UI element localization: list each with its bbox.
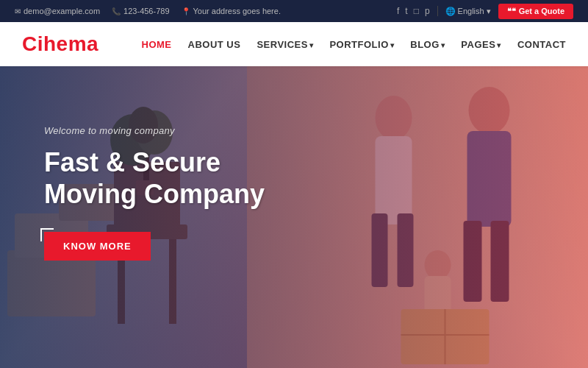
nav-item-services[interactable]: SERVICES▾ bbox=[257, 38, 313, 51]
blog-caret: ▾ bbox=[441, 41, 445, 49]
nav-link-contact[interactable]: CONTACT bbox=[517, 39, 566, 50]
address-item: 📍 Your address goes here. bbox=[182, 7, 281, 15]
language-label: English bbox=[458, 7, 484, 15]
address-text: Your address goes here. bbox=[193, 7, 281, 15]
nav-item-home[interactable]: HOME bbox=[142, 38, 172, 51]
know-more-button[interactable]: KNOW MORE bbox=[44, 232, 151, 261]
hero-title: Fast & Secure Moving Company bbox=[44, 146, 265, 210]
nav-links: HOME ABOUT US SERVICES▾ PORTFOLIO▾ BLOG▾… bbox=[142, 38, 566, 51]
phone-icon: 📞 bbox=[112, 7, 121, 15]
hero-subtitle: Welcome to moving company bbox=[44, 125, 265, 136]
pinterest-icon[interactable]: p bbox=[425, 6, 430, 16]
portfolio-caret: ▾ bbox=[390, 41, 395, 49]
lang-caret: ▾ bbox=[487, 7, 491, 16]
twitter-icon[interactable]: t bbox=[405, 6, 407, 16]
logo-rest: ihema bbox=[37, 32, 98, 55]
nav-item-portfolio[interactable]: PORTFOLIO▾ bbox=[329, 38, 394, 51]
logo[interactable]: Cihema bbox=[22, 32, 98, 56]
instagram-icon[interactable]: □ bbox=[414, 6, 419, 16]
top-bar-right: f t □ p 🌐 English ▾ ❝❝ Get a Quote bbox=[397, 4, 573, 19]
logo-accent: C bbox=[22, 32, 37, 55]
nav-link-home[interactable]: HOME bbox=[142, 39, 172, 50]
facebook-icon[interactable]: f bbox=[397, 6, 399, 16]
nav-item-pages[interactable]: PAGES▾ bbox=[461, 38, 501, 51]
email-item: ✉ demo@example.com bbox=[15, 7, 100, 15]
nav-item-blog[interactable]: BLOG▾ bbox=[410, 38, 445, 51]
globe-icon: 🌐 bbox=[445, 7, 456, 16]
top-bar: ✉ demo@example.com 📞 123-456-789 📍 Your … bbox=[0, 0, 588, 22]
location-icon: 📍 bbox=[182, 7, 190, 15]
social-icons: f t □ p bbox=[397, 6, 430, 16]
email-icon: ✉ bbox=[15, 7, 21, 15]
phone-text: 123-456-789 bbox=[123, 7, 169, 15]
divider bbox=[437, 6, 438, 16]
hero-content: Welcome to moving company Fast & Secure … bbox=[0, 66, 309, 261]
nav-item-contact[interactable]: CONTACT bbox=[517, 38, 566, 51]
pages-caret: ▾ bbox=[497, 41, 501, 49]
nav-link-services[interactable]: SERVICES▾ bbox=[257, 39, 313, 50]
nav-link-portfolio[interactable]: PORTFOLIO▾ bbox=[329, 39, 394, 50]
quote-icon: ❝❝ bbox=[507, 7, 516, 16]
hero-section: Welcome to moving company Fast & Secure … bbox=[0, 66, 588, 368]
phone-item: 📞 123-456-789 bbox=[112, 7, 169, 15]
nav-item-about[interactable]: ABOUT US bbox=[188, 38, 241, 51]
language-selector[interactable]: 🌐 English ▾ bbox=[445, 7, 491, 16]
navbar: Cihema HOME ABOUT US SERVICES▾ PORTFOLIO… bbox=[0, 22, 588, 66]
services-caret: ▾ bbox=[309, 41, 314, 49]
nav-link-pages[interactable]: PAGES▾ bbox=[461, 39, 501, 50]
get-quote-button[interactable]: ❝❝ Get a Quote bbox=[498, 4, 573, 19]
email-text: demo@example.com bbox=[24, 7, 100, 15]
nav-link-blog[interactable]: BLOG▾ bbox=[410, 39, 445, 50]
top-bar-left: ✉ demo@example.com 📞 123-456-789 📍 Your … bbox=[15, 7, 281, 15]
nav-link-about[interactable]: ABOUT US bbox=[188, 39, 241, 50]
